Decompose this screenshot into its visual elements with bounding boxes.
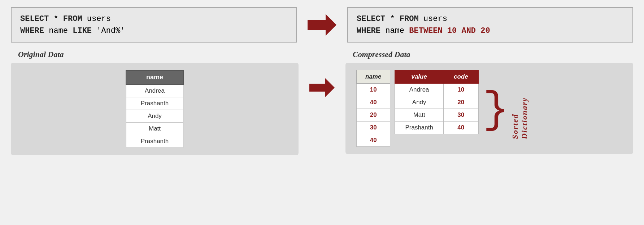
table-row: 40: [357, 134, 390, 147]
left-sql-line2: WHERE name LIKE 'And%': [20, 25, 287, 37]
original-data-panel: Original Data name Andrea Prashanth Andy…: [11, 50, 299, 155]
compressed-data-title: Compressed Data: [345, 50, 410, 59]
compressed-tables-row: name 10 40 20 30 40 value: [356, 70, 529, 147]
from-keyword-1: FROM: [63, 14, 82, 23]
dict-code-3: 30: [443, 109, 478, 122]
dict-value-3: Matt: [395, 109, 444, 122]
left-sql-line1: SELECT * FROM users: [20, 13, 287, 25]
original-name-header: name: [126, 70, 183, 84]
curly-bracket-icon: }: [483, 81, 509, 139]
right-sql-line1: SELECT * FROM users: [357, 13, 624, 25]
name-encoded-table: name 10 40 20 30 40: [356, 70, 390, 147]
dict-value-2: Andy: [395, 96, 444, 109]
table-row: Andrea 10: [395, 84, 478, 96]
table-row: Prashanth: [126, 97, 183, 110]
table-row: 10: [357, 84, 390, 96]
mid-arrow-container: [309, 79, 335, 97]
like-keyword: LIKE: [73, 26, 92, 35]
original-table: name Andrea Prashanth Andy Matt Prashant…: [126, 70, 184, 148]
dict-code-1: 10: [443, 84, 478, 96]
top-arrow-icon: [308, 14, 336, 36]
sorted-dictionary-label-group: } Sorted Dictionary: [483, 81, 529, 139]
original-row-3: Andy: [126, 110, 183, 123]
left-sql-box: SELECT * FROM users WHERE name LIKE 'And…: [11, 7, 297, 43]
original-row-4: Matt: [126, 123, 183, 135]
compressed-data-panel: Compressed Data name 10 40 20 30 40: [345, 50, 633, 154]
top-section: SELECT * FROM users WHERE name LIKE 'And…: [11, 7, 633, 43]
table-row: Prashanth: [126, 135, 183, 148]
dict-code-2: 20: [443, 96, 478, 109]
mid-arrow-icon: [309, 79, 335, 97]
where-keyword-1: WHERE: [20, 26, 44, 35]
original-data-bg: name Andrea Prashanth Andy Matt Prashant…: [11, 63, 299, 155]
dict-value-header: value: [395, 70, 444, 84]
table-row: Andy: [126, 110, 183, 123]
name-row-3: 20: [357, 109, 390, 122]
name-row-5: 40: [357, 134, 390, 147]
table-row: Andrea: [126, 84, 183, 97]
dict-value-1: Andrea: [395, 84, 444, 96]
name-col-header: name: [357, 70, 390, 84]
dict-code-4: 40: [443, 122, 478, 134]
select-keyword-2: SELECT: [357, 14, 385, 23]
select-keyword-1: SELECT: [20, 14, 49, 23]
table-row: 40: [357, 96, 390, 109]
original-row-1: Andrea: [126, 84, 183, 97]
sorted-dictionary-label: Sorted Dictionary: [510, 81, 529, 139]
dictionary-table: value code Andrea 10 Andy 20: [395, 70, 478, 134]
name-row-2: 40: [357, 96, 390, 109]
name-row-1: 10: [357, 84, 390, 96]
name-row-4: 30: [357, 122, 390, 134]
right-sql-box: SELECT * FROM users WHERE name BETWEEN 1…: [347, 7, 633, 43]
bottom-section: Original Data name Andrea Prashanth Andy…: [11, 50, 633, 155]
table-row: Prashanth 40: [395, 122, 478, 134]
from-keyword-2: FROM: [400, 14, 419, 23]
table-row: Matt 30: [395, 109, 478, 122]
dict-code-header: code: [443, 70, 478, 84]
table-row: Andy 20: [395, 96, 478, 109]
table-row: 30: [357, 122, 390, 134]
top-arrow-container: [308, 14, 336, 36]
original-row-5: Prashanth: [126, 135, 183, 148]
compressed-data-bg: name 10 40 20 30 40 value: [345, 63, 633, 154]
right-sql-line2: WHERE name BETWEEN 10 AND 20: [357, 25, 624, 37]
table-row: 20: [357, 109, 390, 122]
between-keyword: BETWEEN 10 AND 20: [409, 26, 490, 35]
original-data-title: Original Data: [11, 50, 64, 59]
original-row-2: Prashanth: [126, 97, 183, 110]
dict-value-4: Prashanth: [395, 122, 444, 134]
table-row: Matt: [126, 123, 183, 135]
where-keyword-2: WHERE: [357, 26, 380, 35]
